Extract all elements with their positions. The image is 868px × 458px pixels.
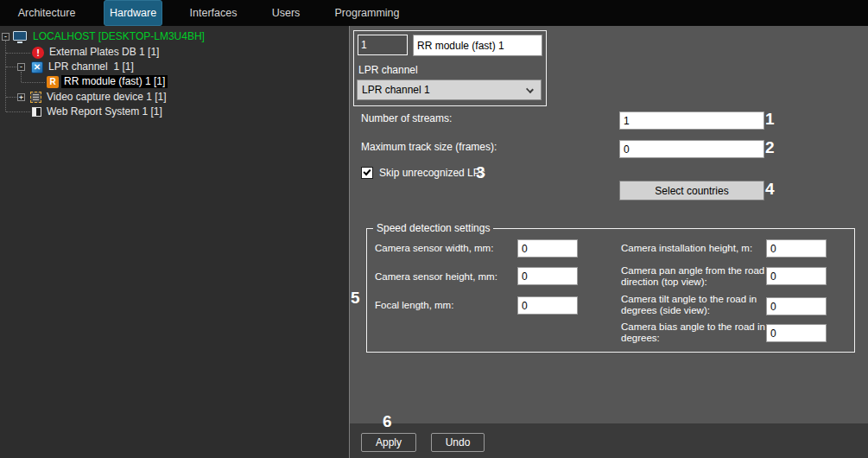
tree-expander-lpr-channel[interactable]: - xyxy=(17,63,25,71)
tree-expander-video-capture[interactable]: + xyxy=(17,93,25,101)
annotation-badge-1: 1 xyxy=(765,110,775,128)
camera-tilt-angle-input[interactable] xyxy=(766,297,827,315)
tree-item-rr-module[interactable]: RR module (fast) 1 [1] xyxy=(61,75,168,88)
camera-pan-angle-input[interactable] xyxy=(766,267,827,285)
camera-bias-angle-label: Camera bias angle to the road in degrees… xyxy=(621,321,770,344)
camera-sensor-height-label: Camera sensor height, mm: xyxy=(375,271,497,283)
annotation-badge-3: 3 xyxy=(476,163,485,181)
application-window: Architecture Hardware Interfaces Users P… xyxy=(0,0,868,458)
undo-button[interactable]: Undo xyxy=(431,433,485,452)
speed-detection-group-title: Speed detection settings xyxy=(373,222,493,234)
module-name-field[interactable] xyxy=(413,35,542,56)
tab-interfaces[interactable]: Interfaces xyxy=(181,0,245,25)
focal-length-label: Focal length, mm: xyxy=(375,300,453,311)
camera-sensor-width-label: Camera sensor width, mm: xyxy=(375,243,493,254)
number-of-streams-label: Number of streams: xyxy=(361,113,452,124)
lpr-channel-selected-value: LPR channel 1 xyxy=(362,84,430,96)
tree-item-video-capture-device[interactable]: Video capture device 1 [1] xyxy=(47,91,167,104)
number-of-streams-input[interactable] xyxy=(619,111,764,130)
annotation-badge-2: 2 xyxy=(765,138,775,156)
tree-item-external-plates-db[interactable]: External Plates DB 1 [1] xyxy=(49,46,159,59)
camera-sensor-width-input[interactable] xyxy=(517,239,578,258)
skip-unrecognized-label: Skip unrecognized LPs xyxy=(379,168,485,179)
tree-connector xyxy=(6,67,16,67)
tree-item-web-report-system[interactable]: Web Report System 1 [1] xyxy=(47,105,162,118)
max-track-size-label: Maximum track size (frames): xyxy=(361,142,497,153)
annotation-badge-4: 4 xyxy=(765,180,775,198)
tree-item-lpr-channel[interactable]: LPR channel 1 [1] xyxy=(48,60,134,73)
camera-installation-height-label: Camera installation height, m: xyxy=(621,243,770,254)
hardware-tree-panel: - LOCALHOST [DESKTOP-LM3U4BH] ! External… xyxy=(0,26,349,458)
camera-pan-angle-label: Camera pan angle from the road direction… xyxy=(621,265,770,288)
tree-connector xyxy=(5,41,6,111)
tree-item-localhost[interactable]: LOCALHOST [DESKTOP-LM3U4BH] xyxy=(33,30,205,43)
error-icon: ! xyxy=(32,47,44,59)
monitor-icon xyxy=(13,31,27,41)
video-capture-icon xyxy=(30,92,41,103)
annotation-badge-6: 6 xyxy=(383,412,392,430)
tree-connector xyxy=(6,97,16,98)
camera-bias-angle-input[interactable] xyxy=(766,324,827,342)
module-settings-panel: LPR channel LPR channel 1 Number of stre… xyxy=(349,26,868,458)
tree-connector xyxy=(6,53,30,54)
lpr-channel-icon: ✕ xyxy=(31,61,43,73)
camera-sensor-height-input[interactable] xyxy=(517,267,578,285)
tree-connector xyxy=(22,82,45,83)
lpr-channel-label: LPR channel xyxy=(358,65,418,76)
max-track-size-input[interactable] xyxy=(619,140,764,158)
rr-module-icon: R xyxy=(47,76,59,88)
select-countries-button[interactable]: Select countries xyxy=(619,181,764,200)
camera-tilt-angle-label: Camera tilt angle to the road in degrees… xyxy=(621,294,770,316)
skip-unrecognized-checkbox[interactable] xyxy=(361,167,373,179)
chevron-down-icon xyxy=(526,86,534,93)
camera-installation-height-input[interactable] xyxy=(766,239,827,258)
tab-bar: Architecture Hardware Interfaces Users P… xyxy=(0,0,868,26)
web-report-icon xyxy=(32,107,41,117)
tab-programming[interactable]: Programming xyxy=(332,0,402,25)
tree-expander-localhost[interactable]: - xyxy=(2,33,10,41)
lpr-channel-select[interactable]: LPR channel 1 xyxy=(357,80,542,100)
checkmark-icon xyxy=(363,168,371,175)
tab-hardware[interactable]: Hardware xyxy=(104,0,162,26)
focal-length-input[interactable] xyxy=(517,296,578,315)
tree-connector xyxy=(21,72,22,82)
speed-detection-group: Speed detection settings Camera sensor w… xyxy=(366,228,855,353)
tree-connector xyxy=(6,111,30,112)
module-identity-group: LPR channel LPR channel 1 xyxy=(353,30,547,106)
module-id-field[interactable] xyxy=(358,35,408,55)
apply-button[interactable]: Apply xyxy=(361,433,416,452)
annotation-badge-5: 5 xyxy=(351,289,360,307)
tab-users[interactable]: Users xyxy=(263,0,308,25)
action-strip xyxy=(350,423,868,458)
tab-architecture[interactable]: Architecture xyxy=(10,0,83,25)
